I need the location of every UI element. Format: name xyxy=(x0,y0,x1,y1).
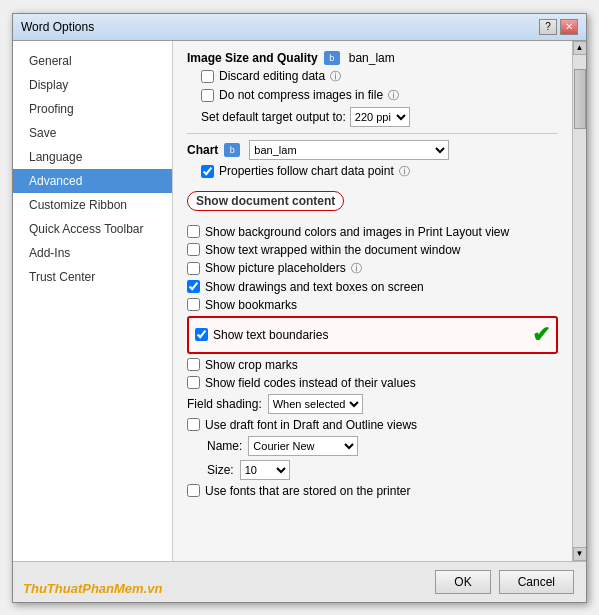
chart-ban-lam-icon: b xyxy=(224,143,240,157)
name-label: Name: xyxy=(207,439,242,453)
scrollbar[interactable]: ▲ ▼ xyxy=(572,41,586,561)
sidebar-item-quick-access[interactable]: Quick Access Toolbar xyxy=(13,217,172,241)
show-bookmarks-row: Show bookmarks xyxy=(187,298,558,312)
show-picture-row: Show picture placeholders ⓘ xyxy=(187,261,558,276)
properties-info-icon: ⓘ xyxy=(399,164,410,179)
ban-lam-icon: b xyxy=(324,51,340,65)
sidebar-item-save[interactable]: Save xyxy=(13,121,172,145)
show-drawings-label: Show drawings and text boxes on screen xyxy=(205,280,424,294)
sidebar: General Display Proofing Save Language A… xyxy=(13,41,173,561)
show-doc-content-container: Show document content xyxy=(187,185,558,219)
title-bar-controls: ? ✕ xyxy=(539,19,578,35)
dialog-body: General Display Proofing Save Language A… xyxy=(13,41,586,561)
no-compress-row: Do not compress images in file ⓘ xyxy=(201,88,558,103)
watermark-text: ThuThuatPhanMem.vn xyxy=(23,581,162,596)
image-quality-label: Image Size and Quality xyxy=(187,51,318,65)
properties-follow-checkbox[interactable] xyxy=(201,165,214,178)
help-button[interactable]: ? xyxy=(539,19,557,35)
show-crop-checkbox[interactable] xyxy=(187,358,200,371)
name-row: Name: Courier New xyxy=(207,436,558,456)
discard-editing-info-icon: ⓘ xyxy=(330,69,341,84)
show-picture-checkbox[interactable] xyxy=(187,262,200,275)
sidebar-item-trust-center[interactable]: Trust Center xyxy=(13,265,172,289)
show-text-boundaries-checkbox[interactable] xyxy=(195,328,208,341)
show-drawings-row: Show drawings and text boxes on screen xyxy=(187,280,558,294)
show-field-codes-row: Show field codes instead of their values xyxy=(187,376,558,390)
separator-1 xyxy=(187,133,558,134)
show-text-wrapped-row: Show text wrapped within the document wi… xyxy=(187,243,558,257)
main-content: Image Size and Quality b ban_lam Discard… xyxy=(173,41,572,561)
use-draft-font-row: Use draft font in Draft and Outline view… xyxy=(187,418,558,432)
use-draft-font-label: Use draft font in Draft and Outline view… xyxy=(205,418,417,432)
no-compress-checkbox[interactable] xyxy=(201,89,214,102)
sidebar-item-add-ins[interactable]: Add-Ins xyxy=(13,241,172,265)
show-crop-label: Show crop marks xyxy=(205,358,298,372)
discard-editing-checkbox[interactable] xyxy=(201,70,214,83)
ok-button[interactable]: OK xyxy=(435,570,490,594)
properties-follow-label: Properties follow chart data point xyxy=(219,164,394,178)
ppi-select[interactable]: 220 ppi 96 ppi 150 ppi xyxy=(350,107,410,127)
field-shading-select[interactable]: When selected Always Never xyxy=(268,394,363,414)
show-text-boundaries-label: Show text boundaries xyxy=(213,328,328,342)
sidebar-item-display[interactable]: Display xyxy=(13,73,172,97)
ban-lam-label: ban_lam xyxy=(349,51,395,65)
show-bg-label: Show background colors and images in Pri… xyxy=(205,225,509,239)
field-shading-label: Field shading: xyxy=(187,397,262,411)
no-compress-label: Do not compress images in file xyxy=(219,88,383,102)
show-bookmarks-checkbox[interactable] xyxy=(187,298,200,311)
properties-follow-row: Properties follow chart data point ⓘ xyxy=(201,164,558,179)
scroll-up-button[interactable]: ▲ xyxy=(573,41,587,55)
scroll-down-button[interactable]: ▼ xyxy=(573,547,587,561)
field-shading-row: Field shading: When selected Always Neve… xyxy=(187,394,558,414)
close-button[interactable]: ✕ xyxy=(560,19,578,35)
chart-row: Chart b ban_lam xyxy=(187,140,558,160)
discard-editing-label: Discard editing data xyxy=(219,69,325,83)
use-fonts-stored-label: Use fonts that are stored on the printer xyxy=(205,484,410,498)
sidebar-item-customize-ribbon[interactable]: Customize Ribbon xyxy=(13,193,172,217)
green-check-icon: ✔ xyxy=(532,322,550,348)
dialog-footer: ThuThuatPhanMem.vn OK Cancel xyxy=(13,561,586,602)
show-picture-label: Show picture placeholders xyxy=(205,261,346,275)
dialog-title: Word Options xyxy=(21,20,94,34)
name-select[interactable]: Courier New xyxy=(248,436,358,456)
show-text-wrapped-checkbox[interactable] xyxy=(187,243,200,256)
sidebar-item-general[interactable]: General xyxy=(13,49,172,73)
use-draft-font-checkbox[interactable] xyxy=(187,418,200,431)
title-bar: Word Options ? ✕ xyxy=(13,14,586,41)
cancel-button[interactable]: Cancel xyxy=(499,570,574,594)
use-fonts-stored-row: Use fonts that are stored on the printer xyxy=(187,484,558,498)
show-crop-row: Show crop marks xyxy=(187,358,558,372)
chart-select[interactable]: ban_lam xyxy=(249,140,449,160)
scrollbar-thumb[interactable] xyxy=(574,69,586,129)
output-row: Set default target output to: 220 ppi 96… xyxy=(201,107,558,127)
show-field-codes-checkbox[interactable] xyxy=(187,376,200,389)
output-label: Set default target output to: xyxy=(201,110,346,124)
size-label: Size: xyxy=(207,463,234,477)
sidebar-item-proofing[interactable]: Proofing xyxy=(13,97,172,121)
chart-label: Chart xyxy=(187,143,218,157)
show-bookmarks-label: Show bookmarks xyxy=(205,298,297,312)
show-text-boundaries-highlighted: Show text boundaries ✔ xyxy=(187,316,558,354)
show-bg-row: Show background colors and images in Pri… xyxy=(187,225,558,239)
show-text-wrapped-label: Show text wrapped within the document wi… xyxy=(205,243,460,257)
size-row: Size: 10 12 14 xyxy=(207,460,558,480)
show-bg-checkbox[interactable] xyxy=(187,225,200,238)
sidebar-item-language[interactable]: Language xyxy=(13,145,172,169)
sidebar-item-advanced[interactable]: Advanced xyxy=(13,169,172,193)
discard-editing-row: Discard editing data ⓘ xyxy=(201,69,558,84)
show-drawings-checkbox[interactable] xyxy=(187,280,200,293)
show-field-codes-label: Show field codes instead of their values xyxy=(205,376,416,390)
image-quality-header: Image Size and Quality b ban_lam xyxy=(187,51,558,65)
show-picture-info-icon: ⓘ xyxy=(351,261,362,276)
word-options-dialog: Word Options ? ✕ General Display Proofin… xyxy=(12,13,587,603)
no-compress-info-icon: ⓘ xyxy=(388,88,399,103)
show-doc-content-label: Show document content xyxy=(187,191,344,211)
use-fonts-stored-checkbox[interactable] xyxy=(187,484,200,497)
size-select[interactable]: 10 12 14 xyxy=(240,460,290,480)
